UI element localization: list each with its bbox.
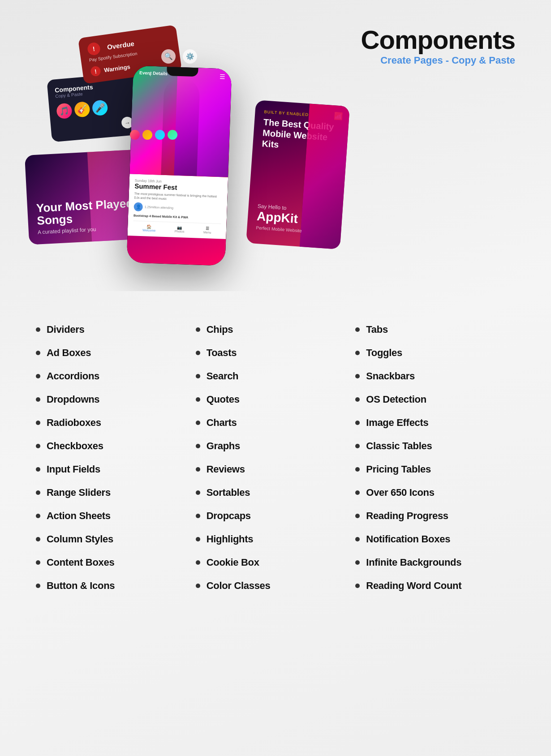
feature-label: Tabs	[366, 324, 388, 335]
bullet-icon	[36, 467, 40, 472]
list-item: Quotes	[196, 388, 356, 411]
list-item: Dropcaps	[196, 504, 356, 528]
playlist-title: Your Most Played Songs	[36, 197, 136, 228]
list-item: Image Effects	[355, 411, 515, 434]
bullet-icon	[36, 490, 40, 495]
page-subtitle: Create Pages - Copy & Paste	[361, 55, 515, 66]
feature-label: Reviews	[207, 464, 245, 475]
features-grid: Dividers Ad Boxes Accordions Dropdowns R…	[36, 318, 515, 597]
bullet-icon	[196, 560, 200, 565]
bullet-icon	[196, 421, 200, 425]
gear-icon[interactable]: ⚙️	[183, 49, 197, 64]
feature-label: Graphs	[207, 440, 240, 452]
list-item: Reading Word Count	[355, 574, 515, 597]
features-col-3: Tabs Toggles Snackbars OS Detection Imag…	[355, 318, 515, 597]
warning-icon-2: !	[90, 66, 101, 77]
nav-menu[interactable]: ☰Menu	[203, 226, 211, 234]
feature-label: Image Effects	[366, 417, 428, 429]
list-item: Infinite Backgrounds	[355, 551, 515, 574]
bullet-icon	[196, 537, 200, 541]
warning-sub2: Warnings	[103, 63, 130, 73]
bullet-icon	[355, 421, 360, 425]
feature-label: Dividers	[47, 324, 84, 335]
nav-welcome[interactable]: 🏠Welcome	[142, 224, 156, 232]
bullet-icon	[196, 327, 200, 332]
bullet-icon	[355, 584, 360, 588]
list-item: Classic Tables	[355, 434, 515, 458]
feature-label: Radioboxes	[47, 417, 101, 429]
back-icon[interactable]: ‹	[149, 71, 151, 78]
feature-label: Over 650 Icons	[366, 487, 434, 498]
bullet-icon	[355, 351, 360, 355]
nav-photos[interactable]: 📷Photos	[175, 225, 185, 233]
bullet-icon	[196, 467, 200, 472]
list-item: OS Detection	[355, 388, 515, 411]
list-item: Reviews	[196, 458, 356, 481]
bullet-icon	[355, 397, 360, 402]
page-title: Components	[361, 27, 515, 53]
list-item: Chips	[196, 318, 356, 341]
list-item: Dropdowns	[36, 388, 196, 411]
deco-circle-4	[168, 130, 177, 140]
list-item: Content Boxes	[36, 551, 196, 574]
phone-event-sub: The most prestigious summer festival is …	[134, 191, 222, 202]
feature-label: Button & Icons	[47, 580, 115, 592]
menu-icon[interactable]: ☰	[220, 73, 226, 80]
bootstrap-text: Bootstrap 4 Based Mobile Kit & PWA	[133, 214, 221, 220]
bullet-icon	[355, 374, 360, 378]
bullet-icon	[196, 444, 200, 448]
avatar-3: 🎤	[92, 99, 108, 116]
feature-label: Quotes	[207, 394, 240, 405]
deco-circle-3	[155, 130, 165, 140]
list-item: Pricing Tables	[355, 458, 515, 481]
list-item: Color Classes	[196, 574, 356, 597]
event-label: Event Details	[139, 70, 168, 76]
feature-label: Action Sheets	[47, 510, 111, 522]
feature-label: Sortables	[207, 487, 250, 498]
avatar-group: 🎵 🎸 🎤	[56, 98, 132, 120]
bullet-icon	[36, 374, 40, 378]
list-item: Toasts	[196, 341, 356, 365]
list-item: Range Sliders	[36, 481, 196, 504]
warning-icon: !	[87, 42, 101, 56]
avatar-2: 🎸	[74, 101, 90, 118]
feature-label: Notification Boxes	[366, 533, 450, 545]
list-item: Checkboxes	[36, 434, 196, 458]
bullet-icon	[196, 351, 200, 355]
feature-label: Column Styles	[47, 533, 113, 545]
bullet-icon	[196, 374, 200, 378]
appkit-sub: Perfect Mobile Website	[256, 225, 302, 233]
appkit-card: 📶 Built by Enabled The Best Quality Mobi…	[246, 100, 350, 249]
bullet-icon	[36, 514, 40, 518]
feature-label: Infinite Backgrounds	[366, 557, 461, 568]
feature-label: Classic Tables	[366, 440, 432, 452]
feature-label: OS Detection	[366, 394, 426, 405]
list-item: Notification Boxes	[355, 528, 515, 551]
feature-label: Content Boxes	[47, 557, 114, 568]
feature-label: Toggles	[366, 347, 402, 359]
search-icon[interactable]: 🔍	[161, 49, 176, 64]
list-item: Action Sheets	[36, 504, 196, 528]
bullet-icon	[196, 490, 200, 495]
bullet-icon	[36, 397, 40, 402]
list-item: Cookie Box	[196, 551, 356, 574]
feature-label: Color Classes	[207, 580, 271, 592]
feature-label: Checkboxes	[47, 440, 103, 452]
components-card: Components Copy & Paste 🎵 🎸 🎤 →	[47, 73, 141, 142]
feature-label: Pricing Tables	[366, 464, 431, 475]
feature-label: Reading Progress	[366, 510, 448, 522]
list-item: Input Fields	[36, 458, 196, 481]
feature-label: Search	[207, 370, 239, 382]
bullet-icon	[355, 444, 360, 448]
bullet-icon	[36, 351, 40, 355]
hero-scene: ! Overdue Pay Spotify Subscription ! War…	[0, 13, 327, 291]
list-item: Snackbars	[355, 365, 515, 388]
bullet-icon	[36, 537, 40, 541]
deco-circle-1	[130, 130, 140, 140]
list-item: Ad Boxes	[36, 341, 196, 365]
feature-label: Dropcaps	[207, 510, 251, 522]
deco-circles	[130, 130, 177, 140]
list-item: Graphs	[196, 434, 356, 458]
list-item: Over 650 Icons	[355, 481, 515, 504]
list-item: Accordions	[36, 365, 196, 388]
